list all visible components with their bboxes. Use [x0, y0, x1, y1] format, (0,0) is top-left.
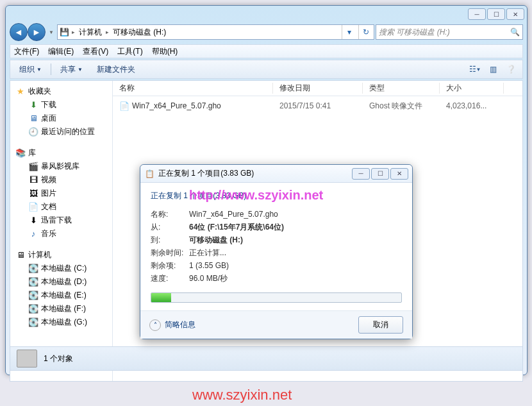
progress-bar — [151, 292, 402, 303]
copy-name: Win7_x64_Pure_5.07.gho — [189, 210, 278, 219]
copy-speed: 96.0 MB/秒 — [189, 274, 228, 283]
search-input[interactable]: 搜索 可移动磁盘 (H:) 🔍 — [376, 24, 523, 40]
dlg-close-button[interactable]: ✕ — [390, 168, 408, 180]
dialog-heading: 正在复制 1 个项目(3.83 GB) http://www.szyixin.n… — [151, 189, 402, 201]
sidebar-favorites[interactable]: ★收藏夹 — [10, 85, 112, 98]
menu-help[interactable]: 帮助(H) — [152, 46, 178, 57]
dlg-maximize-button[interactable]: ☐ — [371, 168, 389, 180]
download-icon: ⬇ — [28, 216, 38, 226]
desktop-icon: 🖥 — [28, 114, 38, 124]
sidebar-item-music[interactable]: ♪音乐 — [10, 227, 112, 241]
column-headers: 名称 修改日期 类型 大小 — [113, 81, 522, 96]
maximize-button[interactable]: ☐ — [487, 8, 505, 20]
col-name[interactable]: 名称 — [113, 83, 273, 94]
sidebar-item-videos[interactable]: 🎞视频 — [10, 173, 112, 187]
music-icon: ♪ — [28, 229, 38, 239]
view-mode-button[interactable]: ☷ ▼ — [467, 63, 483, 76]
sidebar-drive-g[interactable]: 💽本地磁盘 (G:) — [10, 316, 112, 329]
sidebar-item-documents[interactable]: 📄文档 — [10, 200, 112, 214]
col-type[interactable]: 类型 — [363, 83, 440, 94]
search-icon: 🔍 — [510, 28, 520, 37]
sidebar-drive-c[interactable]: 💽本地磁盘 (C:) — [10, 262, 112, 275]
drive-icon: 💽 — [28, 264, 38, 274]
copy-dialog: 📋 正在复制 1 个项目(3.83 GB) ─ ☐ ✕ 正在复制 1 个项目(3… — [140, 164, 413, 339]
drive-icon: 💾 — [59, 27, 69, 37]
picture-icon: 🖼 — [28, 189, 38, 199]
dialog-title: 正在复制 1 个项目(3.83 GB) — [158, 168, 254, 179]
recent-icon: 🕘 — [28, 127, 38, 137]
navbar: ◄ ► ▼ 💾 ▸ 计算机 ▸ 可移动磁盘 (H:) ▾ ↻ 搜索 可移动磁盘 … — [10, 22, 523, 42]
titlebar: ─ ☐ ✕ — [6, 6, 527, 22]
refresh-button[interactable]: ↻ — [358, 25, 372, 39]
separator — [51, 63, 51, 75]
back-button[interactable]: ◄ — [10, 23, 28, 41]
search-placeholder: 搜索 可移动磁盘 (H:) — [379, 27, 450, 38]
crumb-drive[interactable]: 可移动磁盘 (H:) — [112, 27, 167, 38]
col-modified[interactable]: 修改日期 — [273, 83, 363, 94]
document-icon: 📄 — [28, 202, 38, 212]
address-bar[interactable]: 💾 ▸ 计算机 ▸ 可移动磁盘 (H:) ▾ ↻ — [57, 24, 374, 40]
chevron-right-icon: ▸ — [72, 29, 75, 35]
sidebar-item-baofeng[interactable]: 🎬暴风影视库 — [10, 160, 112, 173]
drive-icon: 💽 — [28, 304, 38, 314]
sidebar-item-xunlei[interactable]: ⬇迅雷下载 — [10, 214, 112, 227]
sidebar-item-downloads[interactable]: ⬇下载 — [10, 98, 112, 112]
help-button[interactable]: ❔ — [503, 63, 519, 76]
progress-fill — [151, 293, 171, 302]
simple-info-toggle[interactable]: ˄ 简略信息 — [149, 319, 195, 331]
history-dropdown[interactable]: ▼ — [47, 28, 56, 37]
preview-pane-button[interactable]: ▥ — [485, 63, 501, 76]
file-size: 4,023,016... — [440, 101, 504, 110]
minimize-button[interactable]: ─ — [468, 8, 486, 20]
dialog-titlebar[interactable]: 📋 正在复制 1 个项目(3.83 GB) ─ ☐ ✕ — [140, 165, 412, 183]
sidebar-drive-d[interactable]: 💽本地磁盘 (D:) — [10, 275, 112, 289]
menu-tools[interactable]: 工具(T) — [117, 46, 142, 57]
sidebar-drive-e[interactable]: 💽本地磁盘 (E:) — [10, 289, 112, 302]
close-button[interactable]: ✕ — [506, 8, 524, 20]
sidebar-libraries[interactable]: 📚库 — [10, 146, 112, 160]
copy-remaining-items: 1 (3.55 GB) — [189, 261, 229, 270]
file-type: Ghost 映像文件 — [363, 101, 440, 112]
file-modified: 2015/7/15 0:41 — [273, 101, 363, 110]
video-icon: 🎬 — [28, 162, 38, 172]
organize-button[interactable]: 组织 ▼ — [14, 62, 47, 77]
menubar: 文件(F) 编辑(E) 查看(V) 工具(T) 帮助(H) — [10, 44, 523, 58]
computer-icon: 🖥 — [15, 250, 26, 260]
copy-remaining-time: 正在计算... — [189, 248, 226, 257]
statusbar: 1 个对象 — [10, 346, 523, 371]
file-name: Win7_x64_Pure_5.07.gho — [132, 101, 221, 110]
star-icon: ★ — [15, 87, 26, 97]
chevron-right-icon: ▸ — [106, 29, 109, 35]
dlg-minimize-button[interactable]: ─ — [352, 168, 370, 180]
menu-edit[interactable]: 编辑(E) — [48, 46, 74, 57]
toolbar: 组织 ▼ 共享 ▼ 新建文件夹 ☷ ▼ ▥ ❔ — [10, 60, 523, 79]
watermark: www.szyixin.net — [192, 387, 292, 403]
dialog-footer: ˄ 简略信息 取消 — [140, 310, 412, 339]
drive-large-icon — [17, 350, 37, 368]
new-folder-button[interactable]: 新建文件夹 — [92, 62, 140, 77]
drive-icon: 💽 — [28, 317, 38, 328]
cancel-button[interactable]: 取消 — [358, 316, 403, 334]
sidebar-computer[interactable]: 🖥计算机 — [10, 248, 112, 262]
status-count: 1 个对象 — [44, 353, 73, 364]
library-icon: 📚 — [15, 148, 26, 158]
dropdown-icon[interactable]: ▾ — [342, 25, 356, 39]
download-icon: ⬇ — [28, 100, 38, 110]
sidebar[interactable]: ★收藏夹 ⬇下载 🖥桌面 🕘最近访问的位置 📚库 🎬暴风影视库 🎞视频 🖼图片 … — [10, 81, 113, 381]
chevron-up-icon: ˄ — [149, 319, 161, 331]
copy-icon: 📋 — [144, 169, 154, 179]
drive-icon: 💽 — [28, 277, 38, 287]
sidebar-item-recent[interactable]: 🕘最近访问的位置 — [10, 125, 112, 139]
menu-view[interactable]: 查看(V) — [83, 46, 108, 57]
sidebar-item-pictures[interactable]: 🖼图片 — [10, 187, 112, 200]
share-button[interactable]: 共享 ▼ — [55, 62, 88, 77]
sidebar-drive-f[interactable]: 💽本地磁盘 (F:) — [10, 302, 112, 316]
col-size[interactable]: 大小 — [440, 83, 504, 94]
menu-file[interactable]: 文件(F) — [14, 46, 39, 57]
video-icon: 🎞 — [28, 175, 38, 185]
copy-to: 可移动磁盘 (H:) — [189, 235, 243, 244]
file-row[interactable]: 📄Win7_x64_Pure_5.07.gho 2015/7/15 0:41 G… — [113, 99, 522, 113]
crumb-computer[interactable]: 计算机 — [78, 27, 103, 38]
sidebar-item-desktop[interactable]: 🖥桌面 — [10, 112, 112, 125]
forward-button[interactable]: ► — [28, 23, 46, 41]
